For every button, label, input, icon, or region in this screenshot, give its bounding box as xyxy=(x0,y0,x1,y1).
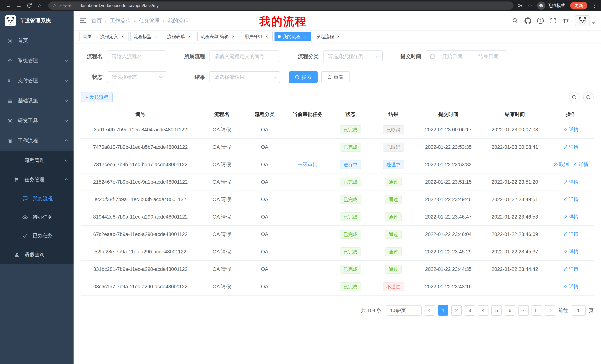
page-button[interactable]: 6 xyxy=(505,305,515,316)
cell-current-task xyxy=(286,208,330,226)
tags-view-item[interactable]: 流程表单-编辑× xyxy=(197,32,239,41)
tags-view-item[interactable]: 用户分组× xyxy=(241,32,273,41)
tag-close-icon[interactable]: × xyxy=(153,34,159,39)
tags-view-item[interactable]: 流程表单× xyxy=(164,32,195,41)
sidebar-item-process-mgmt[interactable]: ≣ 流程管理 xyxy=(0,151,74,170)
browser-back-button[interactable]: ← xyxy=(4,1,13,10)
sidebar-item-leave-query[interactable]: 请假查询 xyxy=(0,245,74,264)
sidebar-item-done-task[interactable]: 已办任务 xyxy=(0,226,74,245)
filter-label-status: 状态 xyxy=(81,74,107,81)
current-task-link[interactable]: 一级审批 xyxy=(298,162,318,167)
tag-close-icon[interactable]: × xyxy=(336,34,341,39)
col-current-task: 当前审批任务 xyxy=(286,108,330,121)
detail-button[interactable]: 详情 xyxy=(573,161,588,168)
reset-button[interactable]: 重置 xyxy=(321,71,350,83)
category-select[interactable]: 请选择流程分类 xyxy=(323,50,383,62)
page-button[interactable]: 2 xyxy=(451,305,462,316)
browser-reload-button[interactable] xyxy=(25,1,34,10)
prev-page-button[interactable] xyxy=(425,305,435,316)
tags-view-item[interactable]: 流程定义× xyxy=(97,32,129,41)
table-row: 03c6c157-7b9a-11ec-a290-acde48001122OA 请… xyxy=(81,278,594,295)
security-label[interactable]: 不安全 xyxy=(59,3,72,9)
password-key-icon[interactable] xyxy=(517,3,523,8)
sidebar-item-todo-task[interactable]: 待办任务 xyxy=(0,208,74,226)
eye-icon xyxy=(22,214,31,220)
more-pages-button[interactable]: ··· xyxy=(518,305,529,316)
app-logo[interactable]: 芋道管理系统 xyxy=(0,11,74,30)
breadcrumb-workflow[interactable]: 工作流程 xyxy=(110,17,131,24)
table-body: 3ad174fb-7b9d-11ec-8404-acde48001122OA 请… xyxy=(81,121,594,295)
breadcrumb-task-mgmt[interactable]: 任务管理 xyxy=(139,17,160,24)
tag-close-icon[interactable]: × xyxy=(264,34,269,39)
tags-view-item[interactable]: 流程模型× xyxy=(130,32,162,41)
avatar[interactable] xyxy=(575,15,595,26)
sidebar-item-my-process[interactable]: 我的流程 xyxy=(0,189,74,208)
caret-down-icon xyxy=(592,22,595,24)
process-name-input[interactable] xyxy=(107,50,166,62)
submit-time-range-picker[interactable]: 开始日期 - 结束日期 xyxy=(426,50,507,62)
cell-actions: 详情 xyxy=(548,260,594,278)
table-row: 7470a810-7b9b-11ec-b5b7-acde48001122OA 请… xyxy=(81,138,594,156)
show-search-icon[interactable] xyxy=(569,92,580,102)
sidebar-item-pay[interactable]: ¥ 支付管理 xyxy=(0,70,74,91)
annotation-my-process: 我的流程 xyxy=(259,14,307,29)
page-button[interactable]: 3 xyxy=(465,305,475,316)
browser-update-button[interactable]: 更新 xyxy=(570,2,587,10)
flag-icon: ⚑ xyxy=(14,176,23,183)
sidebar-item-system[interactable]: ⚙ 系统管理 xyxy=(0,50,74,70)
sidebar-item-devtools[interactable]: ⚒ 研发工具 xyxy=(0,111,74,131)
sidebar-item-home[interactable]: ◎ 首页 xyxy=(0,30,74,50)
tag-close-icon[interactable]: × xyxy=(120,34,125,39)
fullscreen-icon[interactable] xyxy=(550,17,556,25)
search-icon[interactable] xyxy=(512,17,519,25)
bookmark-star-icon[interactable]: ☆ xyxy=(528,3,532,9)
col-result: 结果 xyxy=(371,108,415,121)
check-icon xyxy=(22,233,31,238)
sidebar-item-infra[interactable]: ▤ 基础设施 xyxy=(0,91,74,111)
tags-view-item[interactable]: 我的流程× xyxy=(274,32,311,41)
sidebar-item-task-mgmt[interactable]: ⚑ 任务管理 xyxy=(0,170,74,189)
detail-button[interactable]: 详情 xyxy=(563,231,579,238)
status-tag: 进行中 xyxy=(340,160,361,169)
process-def-input[interactable] xyxy=(210,50,280,62)
cell-id: 67c2eaab-7b9a-11ec-a290-acde48001122 xyxy=(81,226,200,243)
detail-button[interactable]: 详情 xyxy=(563,144,579,150)
refresh-icon[interactable] xyxy=(583,92,594,102)
github-icon[interactable] xyxy=(524,17,531,25)
result-select[interactable]: 请选择流结果 xyxy=(210,71,280,83)
page-button[interactable]: 4 xyxy=(478,305,489,316)
detail-button[interactable]: 详情 xyxy=(563,126,579,133)
detail-button[interactable]: 详情 xyxy=(563,266,579,272)
detail-button[interactable]: 详情 xyxy=(563,213,579,220)
help-icon[interactable]: ? xyxy=(537,18,544,24)
address-bar[interactable]: ⚠ 不安全 dashboard.yudao.iocoder.cn/bpm/tas… xyxy=(48,1,513,10)
detail-button[interactable]: 详情 xyxy=(563,179,579,185)
page-size-select[interactable]: 10条/页 xyxy=(386,305,421,316)
next-page-button[interactable] xyxy=(545,305,555,316)
tag-close-icon[interactable]: × xyxy=(302,34,308,39)
tag-close-icon[interactable]: × xyxy=(231,34,236,39)
search-button[interactable]: 搜索 xyxy=(289,71,318,83)
detail-button[interactable]: 详情 xyxy=(563,283,579,290)
detail-button[interactable]: 详情 xyxy=(563,249,579,255)
tags-view-item[interactable]: 发起流程× xyxy=(313,32,344,41)
page-button[interactable]: 1 xyxy=(438,305,448,316)
sidebar-toggle[interactable] xyxy=(80,18,86,24)
breadcrumb-home[interactable]: 首页 xyxy=(91,17,102,24)
browser-forward-button[interactable]: → xyxy=(14,1,24,10)
tags-view-item[interactable]: 首页 xyxy=(80,32,95,41)
cell-id: 03c6c157-7b9a-11ec-a290-acde48001122 xyxy=(81,278,200,295)
sidebar-item-workflow[interactable]: ▣ 工作流程 xyxy=(0,131,74,151)
tag-close-icon[interactable]: × xyxy=(187,34,192,39)
browser-home-button[interactable]: ⌂ xyxy=(35,1,45,10)
page-button[interactable]: 11 xyxy=(531,305,542,316)
page-button[interactable]: 5 xyxy=(491,305,502,316)
cell-id: 7317cec6-7b9b-11ec-b5b7-acde48001122 xyxy=(81,156,200,173)
status-select[interactable]: 请选择状态 xyxy=(107,71,166,83)
detail-button[interactable]: 详情 xyxy=(563,196,579,203)
goto-page-input[interactable] xyxy=(571,305,586,316)
browser-menu-icon[interactable]: ⋮ xyxy=(592,3,597,9)
font-size-icon[interactable]: TT xyxy=(562,17,569,25)
create-process-button[interactable]: + 发起流程 xyxy=(81,92,113,102)
cancel-button[interactable]: 取消 xyxy=(553,161,569,168)
